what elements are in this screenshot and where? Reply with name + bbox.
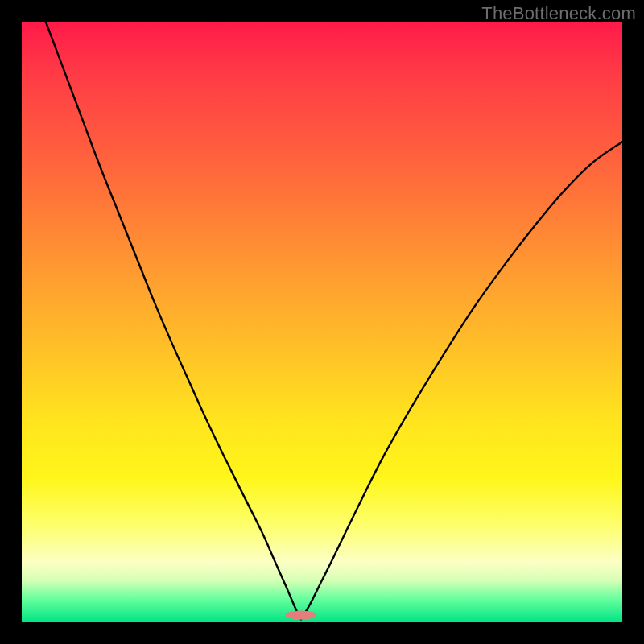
chart-frame: TheBottleneck.com bbox=[0, 0, 644, 644]
plot-area bbox=[22, 22, 622, 622]
bottleneck-marker bbox=[285, 610, 316, 619]
chart-svg bbox=[22, 22, 622, 622]
curve-left bbox=[46, 22, 301, 619]
curve-right bbox=[301, 142, 622, 619]
